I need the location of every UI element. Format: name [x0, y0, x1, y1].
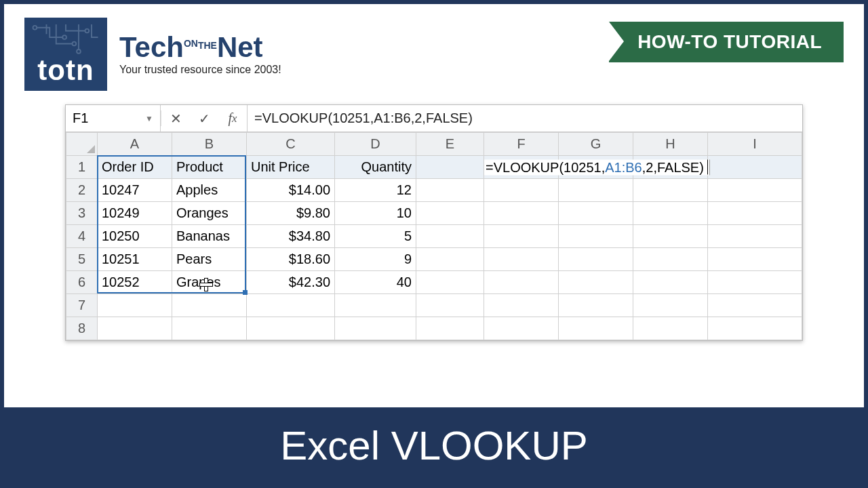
- row-header[interactable]: 2: [66, 179, 98, 202]
- cell[interactable]: Grapes: [172, 271, 247, 294]
- cell[interactable]: 40: [335, 271, 416, 294]
- active-cell[interactable]: =VLOOKUP(10251,A1:B6,2,FALSE): [484, 156, 559, 179]
- row-header[interactable]: 1: [66, 156, 98, 179]
- spreadsheet-grid[interactable]: A B C D E F G H I 1 Order ID Product Uni…: [66, 132, 802, 340]
- insert-function-icon[interactable]: fx: [218, 110, 247, 126]
- svg-point-3: [85, 29, 90, 33]
- name-box-dropdown-icon[interactable]: ▼: [145, 114, 153, 123]
- col-header[interactable]: B: [172, 133, 247, 156]
- row-header[interactable]: 7: [66, 294, 98, 317]
- totn-badge-text: totn: [37, 54, 94, 87]
- cell[interactable]: 5: [335, 225, 416, 248]
- select-all-corner[interactable]: [66, 133, 98, 156]
- col-header[interactable]: H: [633, 133, 708, 156]
- cell[interactable]: 10252: [98, 271, 172, 294]
- cell[interactable]: Oranges: [172, 202, 247, 225]
- howto-label: HOW-TO TUTORIAL: [609, 22, 844, 62]
- cell[interactable]: Bananas: [172, 225, 247, 248]
- cell[interactable]: Quantity: [335, 156, 416, 179]
- cell[interactable]: $42.30: [247, 271, 335, 294]
- cancel-formula-icon[interactable]: ✕: [161, 110, 190, 127]
- cell[interactable]: 12: [335, 179, 416, 202]
- cell[interactable]: [708, 156, 802, 179]
- cell[interactable]: 9: [335, 248, 416, 271]
- svg-point-4: [77, 49, 81, 54]
- brand-tagline: Your trusted resource since 2003!: [119, 64, 281, 75]
- svg-point-2: [73, 42, 77, 46]
- cell[interactable]: $14.00: [247, 179, 335, 202]
- cell[interactable]: 10: [335, 202, 416, 225]
- col-header[interactable]: C: [247, 133, 335, 156]
- row-header[interactable]: 4: [66, 225, 98, 248]
- col-header[interactable]: I: [708, 133, 802, 156]
- cell[interactable]: 10250: [98, 225, 172, 248]
- accept-formula-icon[interactable]: ✓: [190, 110, 218, 127]
- howto-banner: HOW-TO TUTORIAL: [609, 18, 844, 62]
- cell[interactable]: $9.80: [247, 202, 335, 225]
- name-box-value: F1: [73, 110, 88, 126]
- cell[interactable]: 10251: [98, 248, 172, 271]
- cell[interactable]: $34.80: [247, 225, 335, 248]
- page-title: Excel VLOOKUP: [4, 407, 864, 484]
- svg-point-0: [33, 26, 37, 30]
- brand-logo: totn TechONTHENet Your trusted resource …: [24, 18, 281, 91]
- cell[interactable]: Order ID: [98, 156, 172, 179]
- col-header[interactable]: D: [335, 133, 416, 156]
- cell[interactable]: [416, 156, 484, 179]
- cell[interactable]: Apples: [172, 179, 247, 202]
- excel-panel: F1 ▼ ✕ ✓ fx =VLOOKUP(10251,A1:B6,2,FALSE…: [65, 104, 803, 341]
- row-header[interactable]: 3: [66, 202, 98, 225]
- cell[interactable]: $18.60: [247, 248, 335, 271]
- totn-badge: totn: [24, 18, 107, 91]
- brand-title: TechONTHENet: [119, 33, 281, 62]
- col-header[interactable]: F: [484, 133, 559, 156]
- col-header[interactable]: E: [416, 133, 484, 156]
- cell[interactable]: Product: [172, 156, 247, 179]
- cell[interactable]: Unit Price: [247, 156, 335, 179]
- cell[interactable]: 10249: [98, 202, 172, 225]
- col-header[interactable]: G: [559, 133, 633, 156]
- cell[interactable]: 10247: [98, 179, 172, 202]
- formula-bar[interactable]: =VLOOKUP(10251,A1:B6,2,FALSE): [248, 105, 802, 131]
- formula-bar-value: =VLOOKUP(10251,A1:B6,2,FALSE): [254, 110, 473, 126]
- row-header[interactable]: 5: [66, 248, 98, 271]
- row-header[interactable]: 8: [66, 317, 98, 340]
- row-header[interactable]: 6: [66, 271, 98, 294]
- svg-point-1: [62, 35, 66, 39]
- name-box[interactable]: F1 ▼: [66, 105, 161, 131]
- col-header[interactable]: A: [98, 133, 172, 156]
- cell[interactable]: Pears: [172, 248, 247, 271]
